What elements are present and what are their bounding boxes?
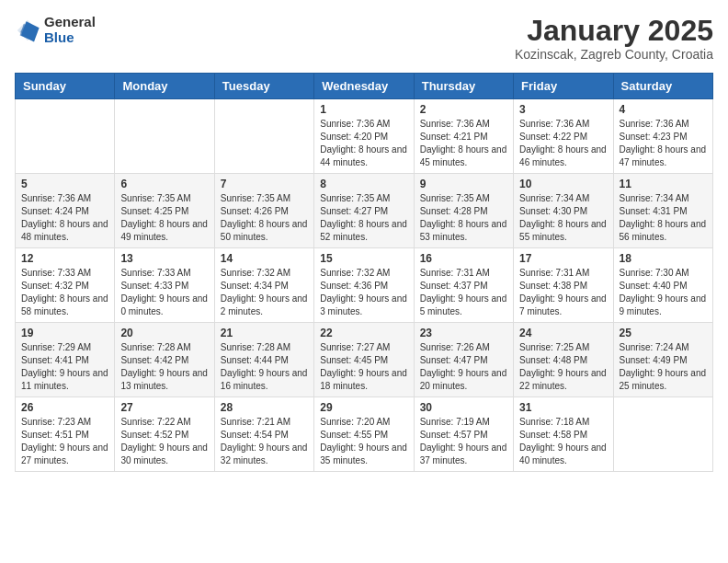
- weekday-header-sunday: Sunday: [16, 74, 115, 99]
- calendar-cell: 4Sunrise: 7:36 AMSunset: 4:23 PMDaylight…: [613, 99, 712, 174]
- weekday-header-tuesday: Tuesday: [214, 74, 313, 99]
- calendar-table: SundayMondayTuesdayWednesdayThursdayFrid…: [15, 73, 713, 472]
- day-number: 12: [21, 252, 108, 265]
- day-number: 23: [420, 327, 507, 339]
- day-info: Sunrise: 7:33 AMSunset: 4:32 PMDaylight:…: [21, 267, 108, 318]
- day-number: 18: [620, 252, 707, 265]
- calendar-cell: 3Sunrise: 7:36 AMSunset: 4:22 PMDaylight…: [514, 99, 613, 174]
- calendar-cell: [214, 99, 313, 174]
- day-info: Sunrise: 7:32 AMSunset: 4:34 PMDaylight:…: [221, 267, 308, 318]
- day-info: Sunrise: 7:21 AMSunset: 4:54 PMDaylight:…: [221, 416, 308, 467]
- calendar-week-row: 26Sunrise: 7:23 AMSunset: 4:51 PMDayligh…: [16, 397, 713, 472]
- logo: General Blue: [15, 15, 96, 45]
- calendar-week-row: 5Sunrise: 7:36 AMSunset: 4:24 PMDaylight…: [16, 174, 713, 248]
- day-number: 3: [519, 103, 607, 116]
- day-info: Sunrise: 7:23 AMSunset: 4:51 PMDaylight:…: [21, 416, 108, 467]
- calendar-cell: 31Sunrise: 7:18 AMSunset: 4:58 PMDayligh…: [514, 397, 613, 472]
- logo-icon: [15, 17, 40, 43]
- day-info: Sunrise: 7:26 AMSunset: 4:47 PMDaylight:…: [420, 341, 507, 393]
- weekday-header-row: SundayMondayTuesdayWednesdayThursdayFrid…: [16, 74, 713, 99]
- day-number: 2: [420, 103, 507, 116]
- day-number: 31: [519, 401, 607, 414]
- day-number: 27: [120, 401, 208, 414]
- calendar-week-row: 12Sunrise: 7:33 AMSunset: 4:32 PMDayligh…: [16, 248, 713, 323]
- calendar-cell: 20Sunrise: 7:28 AMSunset: 4:42 PMDayligh…: [115, 323, 214, 397]
- calendar-cell: 13Sunrise: 7:33 AMSunset: 4:33 PMDayligh…: [115, 248, 214, 323]
- weekday-header-thursday: Thursday: [414, 74, 513, 99]
- day-number: 15: [320, 252, 407, 265]
- calendar-cell: [16, 99, 115, 174]
- day-number: 17: [519, 252, 607, 265]
- calendar-cell: 9Sunrise: 7:35 AMSunset: 4:28 PMDaylight…: [414, 174, 513, 248]
- calendar-cell: 1Sunrise: 7:36 AMSunset: 4:20 PMDaylight…: [314, 99, 414, 174]
- calendar-cell: 10Sunrise: 7:34 AMSunset: 4:30 PMDayligh…: [514, 174, 613, 248]
- day-info: Sunrise: 7:35 AMSunset: 4:26 PMDaylight:…: [221, 192, 308, 244]
- calendar-cell: 6Sunrise: 7:35 AMSunset: 4:25 PMDaylight…: [115, 174, 214, 248]
- calendar-cell: 17Sunrise: 7:31 AMSunset: 4:38 PMDayligh…: [514, 248, 613, 323]
- calendar-cell: 5Sunrise: 7:36 AMSunset: 4:24 PMDaylight…: [16, 174, 115, 248]
- day-info: Sunrise: 7:36 AMSunset: 4:23 PMDaylight:…: [620, 118, 707, 169]
- day-info: Sunrise: 7:25 AMSunset: 4:48 PMDaylight:…: [519, 341, 607, 393]
- month-title: January 2025: [515, 15, 713, 47]
- day-number: 4: [620, 103, 707, 116]
- day-number: 29: [320, 401, 407, 414]
- day-info: Sunrise: 7:35 AMSunset: 4:28 PMDaylight:…: [420, 192, 507, 244]
- day-info: Sunrise: 7:36 AMSunset: 4:24 PMDaylight:…: [21, 192, 108, 244]
- day-number: 25: [620, 327, 707, 339]
- day-info: Sunrise: 7:27 AMSunset: 4:45 PMDaylight:…: [320, 341, 407, 393]
- day-info: Sunrise: 7:28 AMSunset: 4:44 PMDaylight:…: [221, 341, 308, 393]
- day-info: Sunrise: 7:31 AMSunset: 4:37 PMDaylight:…: [420, 267, 507, 318]
- calendar-week-row: 19Sunrise: 7:29 AMSunset: 4:41 PMDayligh…: [16, 323, 713, 397]
- day-number: 26: [21, 401, 108, 414]
- calendar-cell: 25Sunrise: 7:24 AMSunset: 4:49 PMDayligh…: [613, 323, 712, 397]
- calendar-cell: 8Sunrise: 7:35 AMSunset: 4:27 PMDaylight…: [314, 174, 414, 248]
- title-section: January 2025 Kozinscak, Zagreb County, C…: [515, 15, 713, 62]
- day-number: 9: [420, 178, 507, 190]
- day-number: 1: [320, 103, 407, 116]
- calendar-cell: [613, 397, 712, 472]
- day-number: 7: [221, 178, 308, 190]
- calendar-cell: 19Sunrise: 7:29 AMSunset: 4:41 PMDayligh…: [16, 323, 115, 397]
- day-info: Sunrise: 7:35 AMSunset: 4:27 PMDaylight:…: [320, 192, 407, 244]
- day-info: Sunrise: 7:20 AMSunset: 4:55 PMDaylight:…: [320, 416, 407, 467]
- location-title: Kozinscak, Zagreb County, Croatia: [515, 47, 713, 62]
- logo-blue-text: Blue: [44, 30, 96, 46]
- calendar-cell: 28Sunrise: 7:21 AMSunset: 4:54 PMDayligh…: [214, 397, 313, 472]
- day-info: Sunrise: 7:34 AMSunset: 4:31 PMDaylight:…: [620, 192, 707, 244]
- day-number: 22: [320, 327, 407, 339]
- weekday-header-saturday: Saturday: [613, 74, 712, 99]
- page-header: General Blue January 2025 Kozinscak, Zag…: [15, 15, 713, 62]
- calendar-cell: 18Sunrise: 7:30 AMSunset: 4:40 PMDayligh…: [613, 248, 712, 323]
- calendar-cell: 12Sunrise: 7:33 AMSunset: 4:32 PMDayligh…: [16, 248, 115, 323]
- day-number: 10: [519, 178, 607, 190]
- day-info: Sunrise: 7:29 AMSunset: 4:41 PMDaylight:…: [21, 341, 108, 393]
- day-number: 5: [21, 178, 108, 190]
- day-info: Sunrise: 7:34 AMSunset: 4:30 PMDaylight:…: [519, 192, 607, 244]
- day-number: 19: [21, 327, 108, 339]
- day-info: Sunrise: 7:30 AMSunset: 4:40 PMDaylight:…: [620, 267, 707, 318]
- day-info: Sunrise: 7:28 AMSunset: 4:42 PMDaylight:…: [120, 341, 208, 393]
- day-info: Sunrise: 7:33 AMSunset: 4:33 PMDaylight:…: [120, 267, 208, 318]
- calendar-cell: 15Sunrise: 7:32 AMSunset: 4:36 PMDayligh…: [314, 248, 414, 323]
- day-info: Sunrise: 7:19 AMSunset: 4:57 PMDaylight:…: [420, 416, 507, 467]
- day-info: Sunrise: 7:36 AMSunset: 4:20 PMDaylight:…: [320, 118, 407, 169]
- day-number: 14: [221, 252, 308, 265]
- day-number: 16: [420, 252, 507, 265]
- day-info: Sunrise: 7:36 AMSunset: 4:22 PMDaylight:…: [519, 118, 607, 169]
- day-info: Sunrise: 7:31 AMSunset: 4:38 PMDaylight:…: [519, 267, 607, 318]
- weekday-header-monday: Monday: [115, 74, 214, 99]
- logo-general-text: General: [44, 15, 96, 30]
- weekday-header-friday: Friday: [514, 74, 613, 99]
- day-number: 13: [120, 252, 208, 265]
- weekday-header-wednesday: Wednesday: [314, 74, 414, 99]
- calendar-cell: 7Sunrise: 7:35 AMSunset: 4:26 PMDaylight…: [214, 174, 313, 248]
- day-info: Sunrise: 7:36 AMSunset: 4:21 PMDaylight:…: [420, 118, 507, 169]
- day-number: 8: [320, 178, 407, 190]
- day-number: 11: [620, 178, 707, 190]
- calendar-week-row: 1Sunrise: 7:36 AMSunset: 4:20 PMDaylight…: [16, 99, 713, 174]
- calendar-cell: [115, 99, 214, 174]
- calendar-cell: 21Sunrise: 7:28 AMSunset: 4:44 PMDayligh…: [214, 323, 313, 397]
- day-number: 21: [221, 327, 308, 339]
- day-info: Sunrise: 7:18 AMSunset: 4:58 PMDaylight:…: [519, 416, 607, 467]
- calendar-cell: 24Sunrise: 7:25 AMSunset: 4:48 PMDayligh…: [514, 323, 613, 397]
